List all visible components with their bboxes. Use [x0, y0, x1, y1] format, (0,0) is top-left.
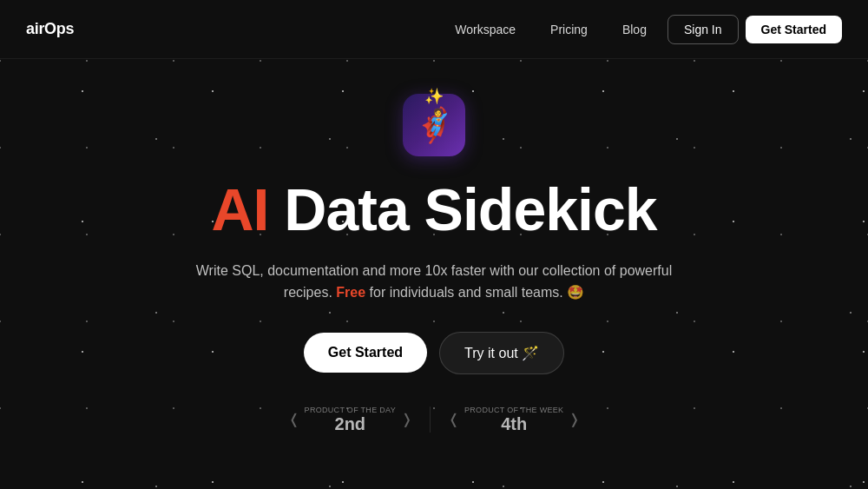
badge-week-laurel: ❬ Product of the week 4th ❭	[448, 406, 580, 433]
hero-title-ai: AI	[211, 176, 268, 242]
hero-tryitout-button[interactable]: Try it out 🪄	[439, 332, 564, 374]
badge-day-label: Product of the day	[305, 406, 396, 414]
badge-day-number: 2nd	[305, 414, 396, 433]
nav-links: Workspace Pricing Blog Sign In Get Start…	[441, 15, 842, 44]
hero-subtitle: Write SQL, documentation and more 10x fa…	[182, 260, 686, 304]
signin-button[interactable]: Sign In	[667, 15, 739, 44]
hero-section: 🦸 AI Data Sidekick Write SQL, documentat…	[0, 59, 868, 433]
hero-subtitle-free: Free	[336, 285, 365, 300]
hero-buttons: Get Started Try it out 🪄	[304, 332, 564, 374]
nav-link-blog[interactable]: Blog	[608, 16, 661, 43]
badge-week-number: 4th	[464, 414, 563, 433]
laurel-right-week-icon: ❭	[569, 411, 580, 427]
badge-day-content: Product of the day 2nd	[305, 406, 396, 433]
navbar: airOps Workspace Pricing Blog Sign In Ge…	[0, 0, 868, 59]
badges-container: ❬ Product of the day 2nd ❭ ❬ Product of …	[288, 406, 581, 433]
badge-product-of-day: ❬ Product of the day 2nd ❭	[288, 406, 412, 433]
badge-day-laurel: ❬ Product of the day 2nd ❭	[288, 406, 412, 433]
badge-week-label: Product of the week	[464, 406, 563, 414]
hero-icon-emoji: 🦸	[414, 106, 455, 144]
badge-divider	[430, 406, 431, 433]
hero-title-rest: Data Sidekick	[268, 176, 656, 242]
hero-getstarted-button[interactable]: Get Started	[304, 333, 427, 373]
badge-week-content: Product of the week 4th	[464, 406, 563, 433]
hero-title: AI Data Sidekick	[211, 177, 656, 242]
nav-link-pricing[interactable]: Pricing	[536, 16, 602, 43]
laurel-right-icon: ❭	[401, 411, 412, 427]
badge-product-of-week: ❬ Product of the week 4th ❭	[448, 406, 580, 433]
nav-link-workspace[interactable]: Workspace	[441, 16, 529, 43]
logo[interactable]: airOps	[26, 20, 74, 38]
page-container: airOps Workspace Pricing Blog Sign In Ge…	[0, 0, 868, 489]
laurel-left-week-icon: ❬	[448, 411, 459, 427]
logo-text: airOps	[26, 20, 74, 37]
nav-getstarted-button[interactable]: Get Started	[746, 16, 842, 43]
laurel-left-icon: ❬	[288, 411, 299, 427]
hero-subtitle-after-free: for individuals and small teams. 🤩	[370, 285, 585, 300]
hero-icon: 🦸	[403, 94, 465, 156]
